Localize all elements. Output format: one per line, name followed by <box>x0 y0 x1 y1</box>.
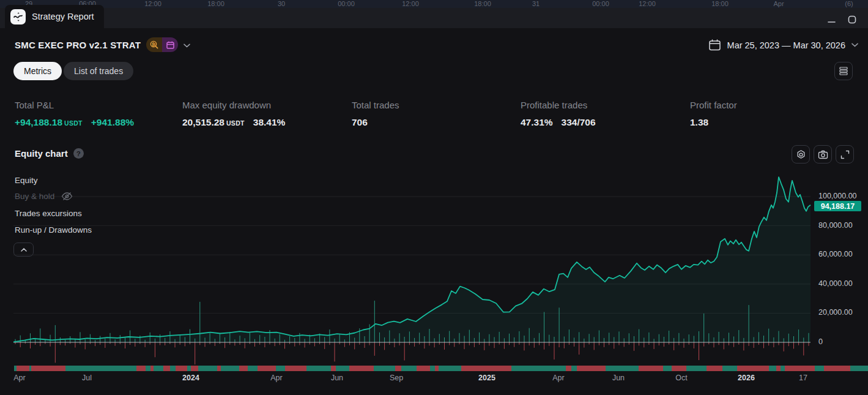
strip-win-segment <box>850 366 868 371</box>
tab-list-of-trades[interactable]: List of trades <box>64 62 133 80</box>
tab-list-of-trades-label: List of trades <box>74 66 123 76</box>
strip-win-segment <box>439 366 461 371</box>
strip-win-segment <box>781 366 785 371</box>
strip-win-segment <box>430 366 435 371</box>
background-time-label: 12:00 <box>402 0 419 7</box>
strip-win-segment <box>401 366 417 371</box>
background-time-label: (6) <box>845 0 853 7</box>
minimize-icon <box>828 16 836 24</box>
strip-loss-segment <box>824 366 850 371</box>
strip-loss-segment <box>349 366 374 371</box>
strip-loss-segment <box>176 366 187 371</box>
strip-win-segment <box>170 366 176 371</box>
strategy-title-row: SMC EXEC PRO v2.1 STRAT ₿ <box>15 37 190 52</box>
strip-loss-segment <box>31 366 65 371</box>
background-time-label: 31 <box>532 0 540 7</box>
metric-total-trades: Total trades 706 <box>352 100 511 128</box>
date-range-selector[interactable]: Mar 25, 2023 — Mar 30, 2026 <box>708 39 858 51</box>
background-chart-time-axis: 2906:0012:0018:003000:0012:0018:003100:0… <box>0 0 868 8</box>
time-axis-label: Jun <box>331 374 343 382</box>
deep-backtest-bitcoin-icon: ₿ <box>146 37 162 52</box>
strip-loss-segment <box>163 366 170 371</box>
restore-button[interactable] <box>844 13 860 26</box>
strip-win-segment <box>198 366 217 371</box>
background-time-label: 12:00 <box>639 0 656 7</box>
metric-max-drawdown: Max equity drawdown 20,515.28USDT38.41% <box>182 100 341 128</box>
background-time-label: 00:00 <box>338 0 355 7</box>
time-axis-label: Sep <box>390 374 403 382</box>
metric-value: +94,188.18 <box>15 117 62 128</box>
date-range-chevron-icon <box>851 43 858 47</box>
time-axis-label: 17 <box>799 374 807 382</box>
strategy-wave-icon <box>10 9 26 24</box>
strip-loss-segment <box>191 366 198 371</box>
background-time-label: 12:00 <box>144 0 161 7</box>
metric-profitable-trades: Profitable trades 47.31%334/706 <box>521 100 680 128</box>
calendar-icon <box>708 39 721 51</box>
strategy-dropdown-chevron-icon[interactable] <box>184 39 190 50</box>
time-axis-label: Oct <box>675 374 687 382</box>
strip-loss-segment <box>707 366 722 371</box>
metric-profit-factor: Profit factor 1.38 <box>690 100 849 128</box>
tab-label: Strategy Report <box>32 12 94 21</box>
restore-icon <box>848 15 856 24</box>
legend-runup-drawdowns-label: Run-up / Drawdowns <box>15 225 92 235</box>
help-icon[interactable]: ? <box>73 148 84 159</box>
strip-loss-segment <box>331 366 336 371</box>
metric-label: Profit factor <box>690 100 849 110</box>
equity-chart-canvas[interactable] <box>0 171 814 365</box>
legend-buy-hold-label: Buy & hold <box>15 192 54 201</box>
price-axis-label: 80,000.00 <box>818 221 853 230</box>
time-axis-label: Jul <box>82 374 92 382</box>
strip-loss-segment <box>285 366 306 371</box>
strip-win-segment <box>769 366 776 371</box>
legend-buy-and-hold[interactable]: Buy & hold <box>15 192 73 201</box>
background-time-label: 18:00 <box>711 0 729 7</box>
tab-metrics[interactable]: Metrics <box>13 62 62 80</box>
svg-text:₿: ₿ <box>152 42 155 47</box>
time-axis-label: Jun <box>612 374 625 382</box>
background-time-label: 00:00 <box>592 0 609 7</box>
legend-runup-drawdowns[interactable]: Run-up / Drawdowns <box>15 225 92 235</box>
strip-loss-segment <box>395 366 401 371</box>
eye-off-icon[interactable] <box>61 192 73 201</box>
legend-trades-excursions-label: Trades excursions <box>15 209 82 218</box>
strip-win-segment <box>248 366 258 371</box>
tab-strategy-report[interactable]: Strategy Report <box>5 5 104 28</box>
minimize-button[interactable] <box>823 13 839 26</box>
strip-win-segment <box>221 366 239 371</box>
strip-loss-segment <box>461 366 511 371</box>
metric-percent: 38.41% <box>253 117 286 128</box>
legend-equity[interactable]: Equity <box>15 176 38 185</box>
equity-chart-header: Equity chart ? <box>15 148 84 159</box>
date-range-text: Mar 25, 2023 — Mar 30, 2026 <box>727 40 845 50</box>
time-axis-label: 2024 <box>182 374 199 382</box>
equity-area-fill <box>13 177 811 342</box>
background-time-label: Apr <box>773 0 784 7</box>
legend-trades-excursions[interactable]: Trades excursions <box>15 209 82 218</box>
metric-unit: USDT <box>226 119 245 127</box>
chart-snapshot-button[interactable] <box>814 145 832 164</box>
strip-win-segment <box>146 366 150 371</box>
metric-ratio: 334/706 <box>562 117 596 128</box>
chart-fullscreen-button[interactable] <box>836 145 854 164</box>
strip-win-segment <box>276 366 285 371</box>
strategy-badges[interactable]: ₿ <box>146 37 178 52</box>
rows-icon <box>839 66 848 76</box>
chart-settings-button[interactable] <box>792 145 810 164</box>
price-axis-label: 60,000.00 <box>818 250 853 258</box>
strip-win-segment <box>606 366 639 371</box>
metric-value: 20,515.28 <box>182 117 224 128</box>
daily-outcome-strip <box>14 366 868 371</box>
strip-win-segment <box>336 366 349 371</box>
metric-label: Total trades <box>352 100 511 110</box>
metric-percent: 47.31% <box>521 117 553 128</box>
collapse-legend-button[interactable] <box>13 243 34 257</box>
window-titlebar <box>0 8 868 28</box>
metric-value: 1.38 <box>690 117 708 128</box>
report-layout-button[interactable] <box>834 62 853 80</box>
price-axis-label: 100,000.00 <box>818 192 857 200</box>
strip-loss-segment <box>136 366 146 371</box>
background-time-label: 18:00 <box>474 0 491 7</box>
strip-win-segment <box>722 366 737 371</box>
